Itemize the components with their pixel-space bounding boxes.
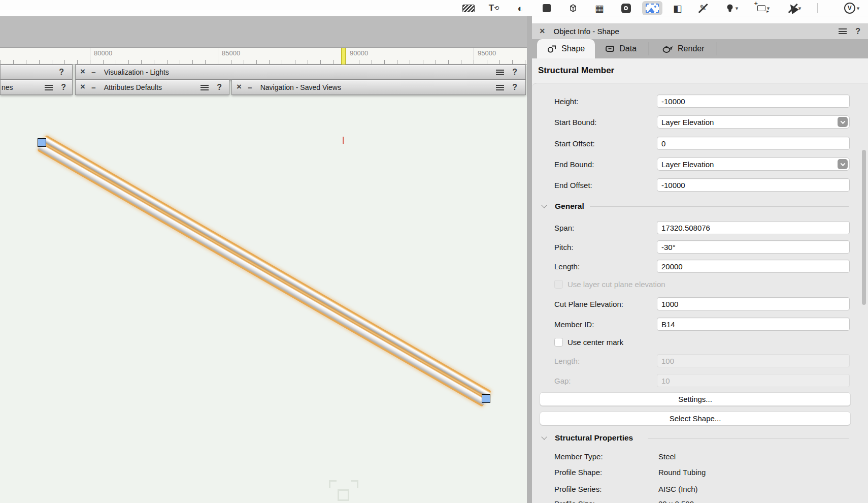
end-bound-select[interactable]: Layer Elevation <box>657 158 850 171</box>
minimize-icon[interactable]: − <box>91 68 96 77</box>
minimize-icon[interactable]: − <box>248 83 252 92</box>
panel-scroll-area: Height: Start Bound: Layer Elevation Sta… <box>532 83 868 503</box>
help-icon[interactable]: ? <box>512 68 517 77</box>
help-icon[interactable]: ? <box>855 27 860 36</box>
select-shape-button[interactable]: Select Shape... <box>540 412 851 425</box>
settings-button[interactable]: Settings... <box>540 392 851 406</box>
grid-frame-icon[interactable]: ▦ <box>589 1 610 15</box>
selection-handle-end[interactable] <box>482 394 490 403</box>
extrude-box-icon[interactable] <box>563 1 583 15</box>
close-icon[interactable]: × <box>80 67 85 77</box>
help-icon[interactable]: ? <box>512 83 517 92</box>
collapse-chevron-icon[interactable] <box>542 205 546 207</box>
member-type-value: Steel <box>658 452 676 461</box>
palette-attributes-defaults[interactable]: × − Attributes Defaults ? <box>75 80 229 95</box>
use-center-mark-label: Use center mark <box>567 338 623 347</box>
palette-title: Attributes Defaults <box>104 83 162 91</box>
horizontal-ruler: 80000 85000 90000 95000 <box>0 48 527 65</box>
render-teapot-icon <box>661 44 673 53</box>
collapse-chevron-icon[interactable] <box>542 437 546 439</box>
panel-divider[interactable] <box>527 16 532 503</box>
profile-series-label: Profile Series: <box>554 485 602 493</box>
start-offset-label: Start Offset: <box>554 139 595 148</box>
object-info-panel: × Object Info - Shape ? Shape Data Rende… <box>532 16 868 503</box>
contrast-icon[interactable]: ◐ <box>510 1 530 15</box>
height-label: Height: <box>554 97 579 106</box>
page-center-mark <box>338 489 349 501</box>
palette-title: Visualization - Lights <box>104 68 169 76</box>
no-pen-icon[interactable]: ✎ <box>693 1 713 15</box>
palette-title-fragment: nes <box>2 83 13 91</box>
object-info-titlebar[interactable]: × Object Info - Shape ? <box>532 23 868 39</box>
chevron-down-icon[interactable] <box>838 159 848 169</box>
light-tool-icon[interactable]: ▾ <box>718 1 746 15</box>
center-length-label: Length: <box>554 357 580 365</box>
span-label: Span: <box>554 224 574 232</box>
length-label: Length: <box>554 262 580 271</box>
scrollbar-thumb[interactable] <box>862 150 866 305</box>
selection-handle-start[interactable] <box>38 138 46 147</box>
palette-title: Navigation - Saved Views <box>260 83 341 91</box>
layout-panes-icon[interactable]: ◧ <box>667 1 688 15</box>
profile-size-value: 20 x 0.500 <box>658 499 694 503</box>
close-icon[interactable]: × <box>237 82 242 92</box>
tab-data[interactable]: Data <box>595 39 647 58</box>
text-rotate-icon[interactable]: T⟲ <box>484 1 504 15</box>
end-offset-input[interactable] <box>657 178 850 192</box>
page-corner-mark-left <box>329 480 337 488</box>
close-icon[interactable]: × <box>80 82 85 92</box>
palette-navigation-saved-views[interactable]: × − Navigation - Saved Views ? <box>231 80 526 95</box>
menu-icon[interactable] <box>839 28 847 34</box>
use-layer-cut-plane-label: Use layer cut plane elevation <box>567 280 665 289</box>
panel-section-title: Structural Member <box>532 58 868 83</box>
menu-icon[interactable] <box>496 85 504 90</box>
start-bound-select[interactable]: Layer Elevation <box>657 115 850 129</box>
shape-icon <box>547 44 557 53</box>
ruler-label: 85000 <box>222 49 240 57</box>
ruler-label: 80000 <box>94 49 112 57</box>
structural-member-beam[interactable] <box>37 135 491 407</box>
help-icon[interactable]: ? <box>61 83 66 92</box>
chevron-down-icon[interactable] <box>838 117 848 127</box>
vectorworks-cloud-icon[interactable]: V▾ <box>839 1 865 15</box>
general-section-header[interactable]: General <box>532 201 868 212</box>
cut-plane-elevation-label: Cut Plane Elevation: <box>554 300 623 308</box>
structural-properties-section-header[interactable]: Structural Properties <box>532 432 868 444</box>
use-layer-cut-plane-checkbox <box>554 280 563 289</box>
selection-tool-icon[interactable]: ▾ <box>781 1 809 15</box>
hatch-tool-icon[interactable] <box>458 1 479 15</box>
start-offset-input[interactable] <box>657 137 850 150</box>
record-icon[interactable] <box>616 1 636 15</box>
pitch-input[interactable] <box>657 240 850 254</box>
minimize-icon[interactable]: − <box>91 83 96 92</box>
pitch-label: Pitch: <box>554 243 574 252</box>
close-icon[interactable]: × <box>540 26 545 37</box>
tab-render[interactable]: Render <box>651 39 714 58</box>
help-icon[interactable]: ? <box>59 68 64 77</box>
palette-fragment-row1[interactable]: ? <box>0 65 73 80</box>
menu-icon[interactable] <box>201 85 209 90</box>
palette-visualization-lights[interactable]: × − Visualization - Lights ? <box>75 65 526 80</box>
palette-fragment-row2[interactable]: nes ? <box>0 80 73 95</box>
help-icon[interactable]: ? <box>217 83 222 92</box>
menu-icon[interactable] <box>496 70 504 75</box>
start-bound-label: Start Bound: <box>554 118 596 127</box>
use-center-mark-checkbox[interactable] <box>554 338 563 347</box>
tab-shape[interactable]: Shape <box>537 39 595 58</box>
length-input[interactable] <box>657 260 850 273</box>
member-id-input[interactable] <box>657 318 850 331</box>
height-input[interactable] <box>657 95 850 108</box>
drawing-canvas[interactable] <box>0 65 527 503</box>
ruler-label: 95000 <box>478 49 496 57</box>
filled-square-icon[interactable] <box>537 1 557 15</box>
image-effects-icon[interactable] <box>641 1 663 15</box>
cut-plane-elevation-input[interactable] <box>657 297 850 310</box>
page-corner-mark-right <box>351 480 358 488</box>
center-length-input <box>657 354 850 367</box>
panel-tab-bar: Shape Data Render <box>532 39 868 58</box>
toolbar-divider <box>817 3 818 13</box>
span-input[interactable] <box>657 221 850 234</box>
menu-icon[interactable] <box>45 85 53 90</box>
ruler-ticks <box>1 60 527 64</box>
new-object-icon[interactable]: ▾ <box>750 1 777 15</box>
